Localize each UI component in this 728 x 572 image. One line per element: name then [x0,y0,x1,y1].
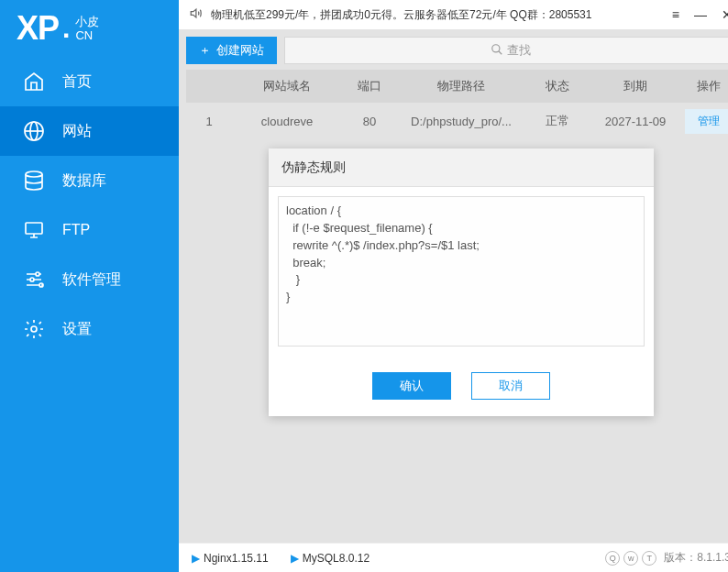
cancel-button[interactable]: 取消 [471,372,550,400]
table-header: 网站域名 端口 物理路径 状态 到期 操作 [186,70,728,103]
search-placeholder: 查找 [507,42,531,59]
confirm-button[interactable]: 确认 [372,372,451,400]
logo-cn: CN [75,28,99,42]
logo-dot: . [62,13,70,44]
service-mysql[interactable]: ▶ MySQL8.0.12 [291,552,370,565]
play-icon: ▶ [291,552,299,565]
home-icon [22,70,46,94]
sidebar-item-label: 网站 [62,122,92,141]
search-input[interactable]: 查找 [284,37,728,64]
rewrite-rule-dialog: 伪静态规则 确认 取消 [269,148,654,416]
social-icon-3[interactable]: T [642,551,656,566]
sidebar-item-settings[interactable]: 设置 [0,304,179,354]
col-domain: 网站域名 [232,78,342,94]
minimize-button[interactable]: — [694,7,707,22]
content-area: ＋ 创建网站 查找 网站域名 端口 物理路径 状态 到期 [179,29,728,543]
monitor-icon [22,218,46,242]
service-label: MySQL8.0.12 [303,552,370,565]
search-icon [491,43,503,59]
sidebar-item-ftp[interactable]: FTP [0,205,179,255]
svg-point-5 [30,278,34,281]
dialog-overlay: 伪静态规则 确认 取消 [179,103,728,543]
globe-icon [22,119,46,143]
sidebar-item-label: 设置 [62,320,92,339]
sidebar-item-label: 数据库 [62,171,106,191]
svg-point-8 [491,44,499,51]
svg-point-2 [26,171,42,177]
svg-point-7 [31,326,37,332]
logo-small: 小皮 [75,15,99,28]
sidebar-item-label: 软件管理 [62,270,121,290]
sidebar-item-website[interactable]: 网站 [0,106,179,156]
logo: XP . 小皮 CN [0,0,179,57]
col-date: 到期 [590,78,681,94]
sidebar-item-label: 首页 [62,72,92,92]
create-site-button[interactable]: ＋ 创建网站 [186,37,277,64]
close-button[interactable]: ✕ [722,7,728,22]
titlebar: 物理机低至299元/年，拼团成功0元得。云服务器低至72元/年 QQ群：2805… [179,0,728,29]
col-action: 操作 [681,78,728,94]
service-label: Nginx1.15.11 [204,552,269,565]
titlebar-notice: 物理机低至299元/年，拼团成功0元得。云服务器低至72元/年 QQ群：2805… [211,7,665,23]
logo-xp: XP [17,9,59,48]
create-label: 创建网站 [216,42,264,59]
statusbar: ▶ Nginx1.15.11 ▶ MySQL8.0.12 Q w T 版本：8.… [179,543,728,572]
svg-rect-3 [26,223,42,234]
database-icon [22,169,46,192]
plus-icon: ＋ [199,42,211,59]
version-label: 版本：8.1.1.3 [664,550,728,566]
sliders-icon [22,268,46,292]
col-path: 物理路径 [397,78,525,94]
play-icon: ▶ [192,552,200,565]
menu-button[interactable]: ≡ [672,7,679,22]
svg-point-4 [36,272,39,276]
col-status: 状态 [525,78,590,94]
sidebar-item-home[interactable]: 首页 [0,57,179,106]
sidebar: XP . 小皮 CN 首页 网站 数据库 FTP 软件管理 [0,0,179,572]
social-icon-1[interactable]: Q [605,551,620,566]
sidebar-item-label: FTP [62,222,90,238]
service-nginx[interactable]: ▶ Nginx1.15.11 [192,552,269,565]
sidebar-item-software[interactable]: 软件管理 [0,255,179,304]
col-port: 端口 [342,78,397,94]
gear-icon [22,317,46,341]
social-icon-2[interactable]: w [623,551,638,566]
speaker-icon [190,6,204,23]
rule-textarea[interactable] [278,196,645,346]
sidebar-item-database[interactable]: 数据库 [0,156,179,205]
dialog-title: 伪静态规则 [269,148,654,187]
